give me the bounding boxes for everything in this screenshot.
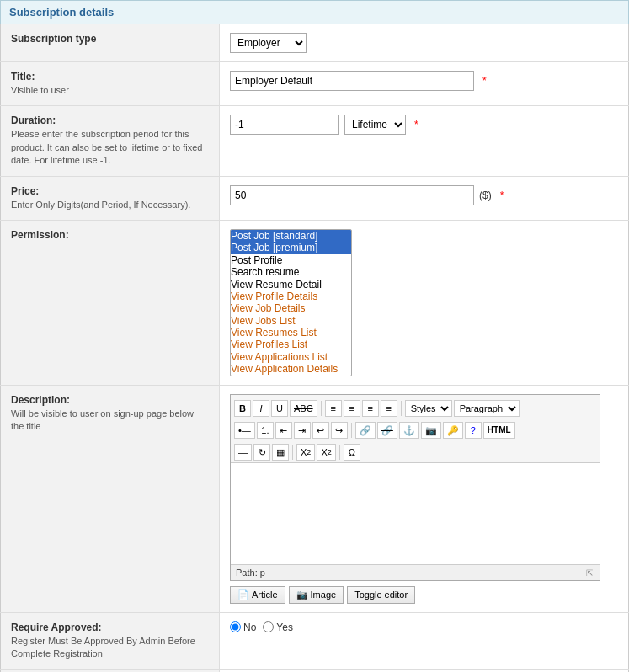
article-label: Article: [252, 589, 278, 600]
duration-input[interactable]: [230, 115, 339, 135]
toolbar-row-1: B I U ABC ≡ ≡ ≡ ≡ Styles: [234, 398, 596, 419]
image-button[interactable]: 📷 Image: [289, 586, 344, 604]
toolbar-redo-btn[interactable]: ↪: [331, 422, 348, 439]
title-label: Title:: [11, 71, 209, 83]
title-group: *: [230, 71, 618, 91]
require-approved-yes-radio[interactable]: [263, 621, 274, 632]
subscription-type-select[interactable]: Employer Job Seeker Admin: [230, 33, 307, 53]
toolbar-help-btn[interactable]: ?: [465, 422, 482, 439]
toolbar-anchor-btn[interactable]: ⚓: [399, 422, 419, 439]
price-group: ($) *: [230, 185, 618, 205]
toolbar-link-btn[interactable]: 🔗: [355, 422, 376, 439]
editor-body[interactable]: [231, 463, 600, 564]
toolbar-sep-1: [321, 401, 322, 416]
toolbar-justify-btn[interactable]: ≡: [381, 400, 397, 417]
toolbar-align-right-btn[interactable]: ≡: [362, 400, 379, 417]
article-button[interactable]: 📄 Article: [230, 586, 285, 604]
editor-buttons: 📄 Article 📷 Image Toggle editor: [230, 586, 618, 604]
toolbar-subscript-btn[interactable]: X2: [296, 444, 315, 461]
toolbar-superscript-btn[interactable]: X2: [317, 444, 335, 461]
toolbar-image-btn[interactable]: 📷: [421, 422, 441, 439]
description-desc: Will be visible to user on sign-up page …: [11, 408, 194, 431]
duration-input-cell: Lifetime Days Months Years *: [220, 106, 629, 176]
resize-handle[interactable]: ⇱: [586, 568, 594, 577]
editor-path-text: Path: p: [236, 568, 265, 578]
toolbar-align-center-btn[interactable]: ≡: [344, 400, 360, 417]
title-input-cell: *: [220, 62, 629, 106]
title-label-cell: Title: Visible to user: [1, 62, 220, 106]
toolbar-row-3: — ↻ ▦ X2 X2 Ω: [234, 442, 596, 462]
toolbar-ul-btn[interactable]: •—: [234, 422, 255, 439]
price-input[interactable]: [230, 185, 474, 205]
page-container: Subscription details Subscription type E…: [0, 0, 629, 672]
toolbar-sep-5: [339, 445, 340, 460]
price-desc: Enter Only Digits(and Period, If Necessa…: [11, 200, 190, 210]
subscription-type-group: Employer Job Seeker Admin: [230, 33, 618, 53]
duration-label-cell: Duration: Please enter the subscription …: [1, 106, 220, 176]
price-required: *: [500, 189, 504, 201]
toolbar-italic-btn[interactable]: I: [253, 400, 269, 417]
duration-row: Duration: Please enter the subscription …: [1, 106, 629, 176]
description-input-cell: B I U ABC ≡ ≡ ≡ ≡ Styles: [220, 385, 629, 612]
permission-label: Permission:: [11, 229, 209, 241]
toolbar-table-btn[interactable]: ▦: [272, 444, 289, 461]
price-row: Price: Enter Only Digits(and Period, If …: [1, 176, 629, 220]
editor-container: B I U ABC ≡ ≡ ≡ ≡ Styles: [230, 394, 600, 581]
toggle-editor-label: Toggle editor: [354, 589, 408, 600]
toolbar-styles-select[interactable]: Styles: [405, 400, 452, 417]
price-currency: ($): [479, 189, 492, 201]
description-row: Description: Will be visible to user on …: [1, 385, 629, 612]
subscription-type-input-cell: Employer Job Seeker Admin: [220, 24, 629, 62]
require-approved-label-cell: Require Approved: Register Must Be Appro…: [1, 612, 220, 669]
toolbar-underline-btn[interactable]: U: [271, 400, 288, 417]
toolbar-unlink-btn[interactable]: 🔗: [377, 422, 397, 439]
toolbar-row-2: •— 1. ⇤ ⇥ ↩ ↪ 🔗 🔗 ⚓ 📷 🔑 ?: [234, 420, 596, 440]
require-approved-yes-label[interactable]: Yes: [263, 621, 293, 633]
toggle-editor-button[interactable]: Toggle editor: [347, 586, 415, 604]
price-label: Price:: [11, 185, 209, 197]
permission-row: Permission: Post Job [standard] Post Job…: [1, 220, 629, 385]
image-label: Image: [311, 589, 337, 600]
toolbar-sep-2: [401, 401, 402, 416]
price-input-cell: ($) *: [220, 176, 629, 220]
toolbar-sep-3: [351, 423, 352, 438]
title-input[interactable]: [230, 71, 474, 91]
title-row: Title: Visible to user *: [1, 62, 629, 106]
section-header: Subscription details: [0, 0, 629, 24]
toolbar-omega-btn[interactable]: Ω: [344, 444, 360, 461]
section-title: Subscription details: [9, 6, 114, 19]
require-approved-row: Require Approved: Register Must Be Appro…: [1, 612, 629, 669]
toolbar-strikethrough-btn[interactable]: ABC: [290, 400, 317, 417]
subscription-type-row: Subscription type Employer Job Seeker Ad…: [1, 24, 629, 62]
toolbar-ol-btn[interactable]: 1.: [257, 422, 274, 439]
description-label-cell: Description: Will be visible to user on …: [1, 385, 220, 612]
duration-required: *: [414, 119, 418, 131]
permission-label-cell: Permission:: [1, 220, 220, 385]
title-desc: Visible to user: [11, 85, 69, 95]
duration-label: Duration:: [11, 115, 209, 126]
toolbar-align-left-btn[interactable]: ≡: [325, 400, 342, 417]
duration-period-select[interactable]: Lifetime Days Months Years: [344, 115, 406, 135]
toolbar-hr-btn[interactable]: —: [234, 444, 252, 461]
image-icon: 📷: [296, 589, 308, 600]
toolbar-outdent-btn[interactable]: ⇤: [275, 422, 292, 439]
require-approved-input-cell: No Yes: [220, 612, 629, 669]
require-approved-no-label[interactable]: No: [230, 621, 256, 633]
toolbar-indent-btn[interactable]: ⇥: [294, 422, 311, 439]
require-approved-yes-text: Yes: [276, 621, 293, 633]
subscription-type-label-cell: Subscription type: [1, 24, 220, 62]
require-approved-no-radio[interactable]: [230, 621, 241, 632]
permission-listbox[interactable]: Post Job [standard] Post Job [premium] P…: [230, 229, 352, 376]
require-approved-label: Require Approved:: [11, 621, 209, 633]
article-icon: 📄: [237, 589, 249, 600]
toolbar-undo-btn[interactable]: ↩: [312, 422, 329, 439]
toolbar-sep-4: [292, 445, 293, 460]
price-label-cell: Price: Enter Only Digits(and Period, If …: [1, 176, 220, 220]
toolbar-special-char-btn[interactable]: 🔑: [443, 422, 463, 439]
toolbar-bold-btn[interactable]: B: [234, 400, 251, 417]
require-approved-radio-group: No Yes: [230, 621, 618, 633]
form-table: Subscription type Employer Job Seeker Ad…: [0, 24, 629, 672]
toolbar-special2-btn[interactable]: ↻: [253, 444, 270, 461]
toolbar-paragraph-select[interactable]: Paragraph: [454, 400, 520, 417]
toolbar-html-btn[interactable]: HTML: [483, 422, 515, 439]
